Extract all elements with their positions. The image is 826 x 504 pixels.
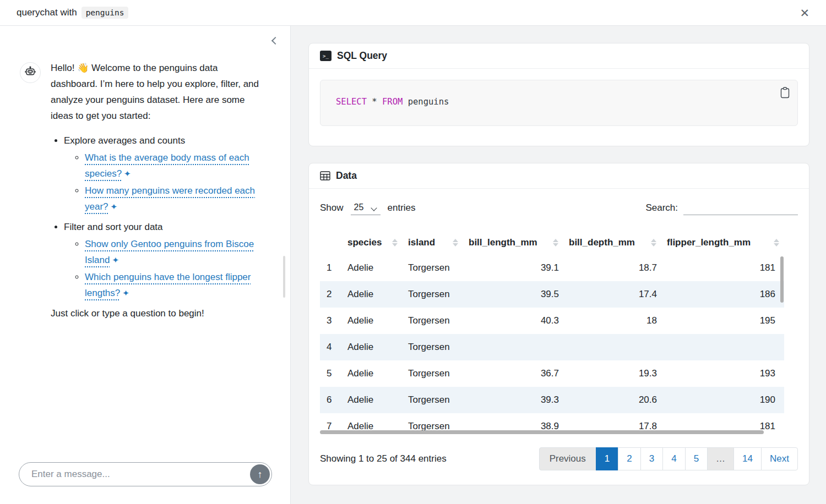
- pagination-button-3[interactable]: 3: [640, 447, 663, 470]
- column-header-flipper_length_mm[interactable]: flipper_length_mm: [661, 231, 784, 255]
- column-header-bill_length_mm[interactable]: bill_length_mm: [463, 231, 563, 255]
- send-button[interactable]: ↑: [250, 464, 270, 484]
- table-cell: Torgersen: [403, 334, 463, 360]
- table-cell: 20.6: [563, 387, 661, 413]
- pagination-button-14[interactable]: 14: [733, 447, 762, 470]
- pagination-button-next[interactable]: Next: [761, 447, 798, 470]
- app-header: querychat with penguins ✕: [0, 0, 826, 26]
- pagination-button-4[interactable]: 4: [662, 447, 685, 470]
- robot-icon: [24, 66, 37, 79]
- horizontal-scrollbar-thumb[interactable]: [320, 430, 764, 434]
- page-length-select-wrap: 25: [351, 201, 381, 215]
- table-header-row: speciesislandbill_length_mmbill_depth_mm…: [320, 231, 784, 255]
- column-header-bill_depth_mm[interactable]: bill_depth_mm: [563, 231, 661, 255]
- table-cell: Torgersen: [403, 308, 463, 334]
- table-cell: 18: [563, 308, 661, 334]
- sql-text: penguins: [403, 97, 449, 107]
- table-row: 4AdelieTorgersen: [320, 334, 784, 360]
- chat-input-pill: ↑: [19, 462, 272, 486]
- pagination: Previous12345…14Next: [539, 447, 798, 470]
- column-header-species[interactable]: species: [342, 231, 403, 255]
- table-cell: 181: [661, 255, 784, 281]
- table-cell: [661, 334, 784, 360]
- sort-icon: [392, 239, 398, 246]
- terminal-icon: >_: [320, 51, 332, 61]
- suggestion-group: Explore averages and counts What is the …: [64, 133, 262, 215]
- table-cell: 39.5: [463, 281, 563, 308]
- assistant-avatar: [20, 62, 41, 83]
- table-cell: 17.4: [563, 281, 661, 308]
- column-label: species: [347, 237, 382, 248]
- table-cell: Torgersen: [403, 255, 463, 281]
- send-icon: ↑: [258, 469, 263, 480]
- table-cell: 195: [661, 308, 784, 334]
- table-cell: 39.1: [463, 255, 563, 281]
- page-length-select[interactable]: 25: [351, 201, 381, 215]
- page-title: querychat with penguins: [17, 7, 128, 19]
- sort-icon: [774, 239, 779, 246]
- pagination-button-1[interactable]: 1: [596, 447, 618, 470]
- data-card-body: Show 25 entries Search:: [309, 189, 809, 485]
- suggestion-link[interactable]: Show only Gentoo penguins from Biscoe Is…: [85, 239, 254, 265]
- clipboard-icon: [780, 87, 790, 98]
- suggestion-group-label: Filter and sort your data: [64, 222, 163, 232]
- pagination-button-5[interactable]: 5: [685, 447, 708, 470]
- column-header-island[interactable]: island: [403, 231, 463, 255]
- close-icon[interactable]: ✕: [796, 5, 813, 21]
- pagination-button-previous[interactable]: Previous: [539, 447, 596, 470]
- copy-button[interactable]: [779, 86, 791, 100]
- table-icon: [320, 171, 330, 180]
- row-index-cell: 3: [320, 308, 342, 334]
- suggestion-link[interactable]: What is the average body mass of each sp…: [85, 152, 249, 179]
- table-cell: [463, 334, 563, 360]
- table-cell: Adelie: [342, 387, 403, 413]
- data-card: Data Show 25 entries Search:: [308, 163, 809, 485]
- sparkle-icon: ✦: [111, 202, 118, 211]
- search-input[interactable]: [683, 201, 798, 215]
- chat-message-area: Hello! 👋 Welcome to the penguins data da…: [0, 26, 290, 462]
- search-label: Search:: [645, 202, 678, 213]
- row-index-cell: 2: [320, 281, 342, 308]
- pagination-ellipsis: …: [707, 447, 734, 470]
- suggestion-item: Show only Gentoo penguins from Biscoe Is…: [85, 236, 262, 268]
- column-label: bill_depth_mm: [569, 237, 635, 248]
- row-index-cell: 6: [320, 387, 342, 413]
- sort-icon: [651, 239, 656, 246]
- vertical-scrollbar-thumb[interactable]: [780, 256, 784, 303]
- table-cell: Adelie: [342, 334, 403, 360]
- data-table: speciesislandbill_length_mmbill_depth_mm…: [320, 231, 784, 434]
- suggestion-link[interactable]: Which penguins have the longest flipper …: [85, 272, 251, 298]
- dataset-badge: penguins: [81, 7, 129, 19]
- table-scroll-area: speciesislandbill_length_mmbill_depth_mm…: [320, 231, 798, 434]
- table-body: 1AdelieTorgersen39.118.71812AdelieTorger…: [320, 255, 784, 434]
- row-index-cell: 5: [320, 360, 342, 387]
- chat-message-body: Hello! 👋 Welcome to the penguins data da…: [51, 60, 262, 330]
- table-footer: Showing 1 to 25 of 344 entries Previous1…: [320, 434, 798, 470]
- suggestion-list: Explore averages and counts What is the …: [51, 133, 262, 301]
- chat-input-row: ↑: [0, 462, 290, 504]
- sparkle-icon: ✦: [112, 255, 119, 265]
- table-cell: 39.3: [463, 387, 563, 413]
- row-index-cell: 1: [320, 255, 342, 281]
- table-row: 5AdelieTorgersen36.719.3193: [320, 360, 784, 387]
- chat-input[interactable]: [19, 469, 271, 480]
- show-label: Show: [320, 202, 344, 213]
- table-cell: 36.7: [463, 360, 563, 387]
- table-cell: 193: [661, 360, 784, 387]
- table-cell: Adelie: [342, 360, 403, 387]
- sort-icon: [553, 239, 558, 246]
- sql-query-card: >_ SQL Query SELECT * FROM penguins: [308, 43, 809, 146]
- table-cell: 19.3: [563, 360, 661, 387]
- chat-scrollbar-thumb[interactable]: [283, 256, 285, 298]
- column-label: flipper_length_mm: [667, 237, 751, 248]
- suggestion-item: How many penguins were recorded each yea…: [85, 183, 262, 215]
- pagination-button-2[interactable]: 2: [618, 447, 640, 470]
- suggestion-group-label: Explore averages and counts: [64, 135, 185, 146]
- table-cell: 18.7: [563, 255, 661, 281]
- table-row: 2AdelieTorgersen39.517.4186: [320, 281, 784, 308]
- column-label: bill_length_mm: [469, 237, 537, 248]
- table-cell: Torgersen: [403, 387, 463, 413]
- sparkle-icon: ✦: [122, 288, 129, 298]
- table-cell: 40.3: [463, 308, 563, 334]
- sql-card-title: SQL Query: [337, 50, 387, 62]
